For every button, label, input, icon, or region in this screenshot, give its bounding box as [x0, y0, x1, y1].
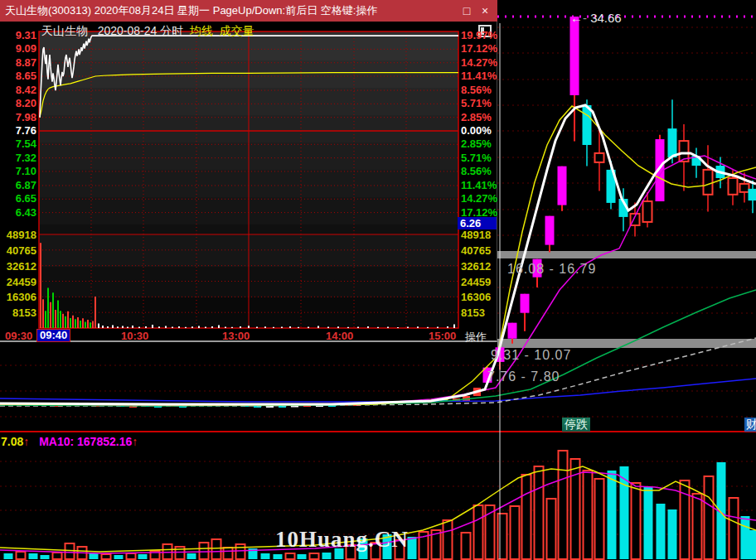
time-cursor-label: 09:40 — [36, 329, 70, 342]
volume-toggle[interactable]: 成交量 — [220, 24, 254, 37]
percent-axis-label: 8.56% — [461, 166, 492, 177]
percent-axis-label: 11.41% — [461, 70, 497, 82]
percent-axis-label: 2.85% — [461, 112, 492, 123]
volume-axis-label: 32612 — [461, 261, 491, 273]
percent-axis-label: 5.71% — [461, 98, 492, 109]
price-axis-label: 7.98 — [2, 112, 36, 123]
status-badge-halt: 停跌 — [562, 418, 590, 432]
gap-range-label-3: 7.76 - 7.80 — [487, 369, 560, 384]
percent-axis-label: 17.12% — [461, 43, 497, 55]
price-axis-label: 6.87 — [2, 180, 36, 191]
up-arrow-icon: ↑ — [23, 435, 29, 448]
volume-axis-label: 24459 — [2, 277, 36, 288]
percent-axis-label: 0.00% — [461, 125, 492, 137]
percent-axis-label: 2.85% — [461, 138, 492, 150]
price-axis-label: 6.65 — [2, 193, 36, 205]
app-window: { "window": { "title": "天山生物(300313) 202… — [0, 0, 756, 560]
volume-axis-label: 32612 — [2, 261, 36, 273]
watermark: 10Huang.CN — [275, 527, 409, 553]
volume-value: 7.08 — [1, 435, 23, 448]
price-axis-label: 7.10 — [2, 166, 36, 177]
volume-axis-label: 24459 — [461, 277, 491, 288]
intraday-chart-canvas[interactable] — [0, 0, 497, 342]
time-axis-label: 09:30 — [5, 330, 32, 342]
percent-axis-label: 11.41% — [461, 180, 497, 191]
volume-pane-header: 7.08↑ MA10: 167852.16↑ — [1, 435, 138, 448]
price-axis-label: 9.31 — [2, 30, 36, 41]
time-axis-label: 15:00 — [429, 330, 456, 342]
volume-axis-label: 16306 — [461, 292, 491, 303]
stock-name: 天山生物 — [41, 24, 88, 37]
percent-axis-label: 14.27% — [461, 57, 497, 69]
price-axis-label: 8.42 — [2, 84, 36, 96]
price-axis-label: 8.65 — [2, 70, 36, 82]
price-axis-label: 8.20 — [2, 98, 36, 109]
ma-toggle[interactable]: 均线 — [190, 24, 213, 37]
action-button[interactable]: 操作 — [465, 330, 487, 345]
gap-range-label-2: 9.31 - 10.07 — [491, 348, 571, 363]
price-axis-label: 6.43 — [2, 207, 36, 219]
peak-annotation: ←- 34.66 — [570, 11, 622, 25]
time-axis-label: 13:00 — [222, 330, 250, 342]
volume-axis-label: 48918 — [461, 229, 491, 241]
arrow-left-icon: ← — [570, 11, 583, 25]
volume-axis-label: 48918 — [2, 229, 36, 241]
date-mode: 2020-08-24 分时 — [98, 24, 184, 37]
price-axis-label: 7.32 — [2, 152, 36, 164]
tab-finance[interactable]: 财 — [744, 418, 756, 432]
volume-axis-label: 8153 — [2, 307, 36, 319]
price-axis-label: 7.76 — [2, 125, 36, 137]
price-axis-label: 9.09 — [2, 43, 36, 55]
price-axis-label: 7.54 — [2, 138, 36, 150]
percent-axis-label: 19.97% — [461, 30, 497, 41]
current-price-tag: 6.26 — [458, 217, 497, 229]
ma10-value: MA10: 167852.16 — [39, 435, 132, 448]
price-axis-label: 8.87 — [2, 57, 36, 69]
time-axis-label: 14:00 — [326, 330, 353, 342]
intraday-popup-window: 天山生物(300313) 2020年08月24日 星期一 PageUp/Down… — [0, 0, 497, 342]
volume-axis-label: 40765 — [461, 245, 491, 257]
time-axis-label: 10:30 — [121, 330, 148, 342]
volume-axis-label: 40765 — [2, 245, 36, 257]
percent-axis-label: 8.56% — [461, 84, 492, 96]
volume-axis-label: 16306 — [2, 292, 36, 303]
volume-axis-label: 8153 — [461, 307, 485, 319]
gap-range-label-1: 16.08 - 16.79 — [507, 262, 596, 277]
popup-chart-header: 天山生物 2020-08-24 分时 均线 成交量 — [41, 24, 254, 39]
percent-axis-label: 14.27% — [461, 193, 497, 205]
up-arrow-icon: ↑ — [132, 435, 138, 448]
percent-axis-label: 5.71% — [461, 152, 492, 164]
